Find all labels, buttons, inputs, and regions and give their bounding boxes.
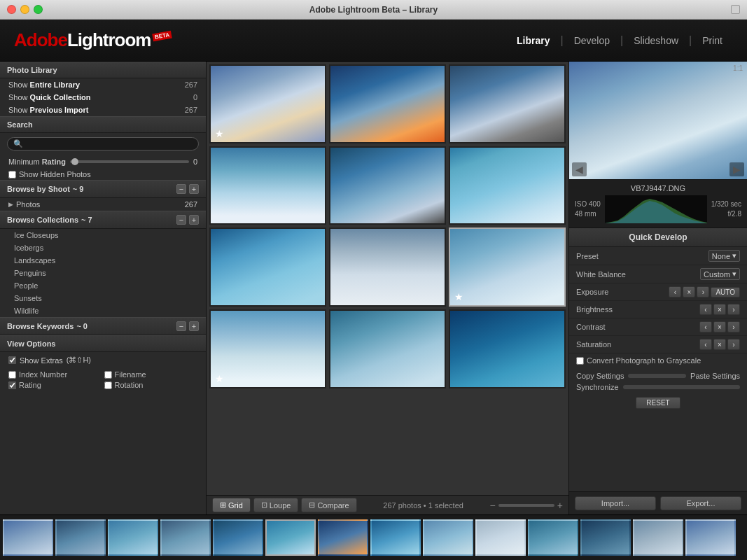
grid-cell-12[interactable] xyxy=(449,309,566,388)
collection-people[interactable]: People xyxy=(0,279,206,292)
show-previous-import[interactable]: Show Previous Import 267 xyxy=(0,104,206,116)
browse-keywords-add-btn[interactable]: + xyxy=(189,321,199,331)
browse-keywords-header[interactable]: Browse Keywords ~ 0 − + xyxy=(0,317,206,335)
preview-area: 1:1 ◀ ▶ xyxy=(569,62,747,179)
grid-cell-9[interactable]: ★ xyxy=(449,227,566,307)
compare-view-btn[interactable]: ⊟ Compare xyxy=(301,498,356,512)
browse-by-shoot-header[interactable]: Browse by Shoot ~ 9 − + xyxy=(0,180,206,198)
filmstrip-thumb-2[interactable] xyxy=(55,519,106,556)
grid-cell-3[interactable] xyxy=(449,64,566,144)
zoom-in-btn[interactable]: + xyxy=(557,500,563,511)
resize-button[interactable] xyxy=(731,5,740,14)
filmstrip-thumb-9[interactable] xyxy=(423,519,473,556)
search-input-wrap[interactable]: 🔍 xyxy=(7,137,199,150)
browse-collections-collapse-btn[interactable]: − xyxy=(176,215,186,225)
filmstrip-thumb-6[interactable] xyxy=(265,519,316,556)
show-entire-library[interactable]: Show Entire Library 267 xyxy=(0,78,206,91)
zoom-slider[interactable] xyxy=(498,504,554,507)
filmstrip-thumb-14[interactable] xyxy=(685,519,736,556)
white-balance-dropdown[interactable]: Custom ▾ xyxy=(700,268,740,280)
tab-library[interactable]: Library xyxy=(506,31,560,50)
grid-cell-8[interactable] xyxy=(329,227,446,307)
export-btn[interactable]: Export... xyxy=(660,496,741,510)
exposure-inc-btn[interactable]: › xyxy=(697,286,709,298)
traffic-lights xyxy=(7,5,43,14)
exposure-reset-btn[interactable]: × xyxy=(683,286,695,298)
collection-penguins[interactable]: Penguins xyxy=(0,267,206,279)
show-hidden-checkbox[interactable] xyxy=(8,171,16,178)
saturation-dec-btn[interactable]: ‹ xyxy=(699,339,712,350)
browse-collections-header[interactable]: Browse Collections ~ 7 − + xyxy=(0,211,206,229)
tab-develop[interactable]: Develop xyxy=(564,31,620,50)
collection-ice-closeups[interactable]: Ice Closeups xyxy=(0,229,206,241)
browse-shoot-collapse-btn[interactable]: − xyxy=(176,184,186,194)
grid-view-btn[interactable]: ⊞ Grid xyxy=(212,498,251,512)
filmstrip-thumb-8[interactable] xyxy=(370,519,421,556)
minimize-button[interactable] xyxy=(20,5,29,14)
saturation-inc-btn[interactable]: › xyxy=(727,339,740,350)
contrast-reset-btn[interactable]: × xyxy=(713,321,726,332)
rating-checkbox[interactable] xyxy=(8,382,16,389)
brightness-reset-btn[interactable]: × xyxy=(713,304,726,315)
contrast-dec-btn[interactable]: ‹ xyxy=(699,321,712,332)
import-btn[interactable]: Import... xyxy=(575,496,656,510)
grid-cell-6[interactable] xyxy=(449,146,566,225)
grid-cell-10[interactable]: ★ xyxy=(209,309,326,388)
logo: AdobeLightroom BETA xyxy=(14,29,172,51)
tab-slideshow[interactable]: Slideshow xyxy=(623,31,689,50)
filmstrip-thumb-3[interactable] xyxy=(108,519,158,556)
filmstrip-thumb-5[interactable] xyxy=(213,519,263,556)
contrast-inc-btn[interactable]: › xyxy=(727,321,740,332)
preview-prev-btn[interactable]: ◀ xyxy=(572,162,587,176)
copy-sync-slider[interactable] xyxy=(628,374,686,378)
grid-cell-4[interactable] xyxy=(209,146,326,225)
preview-next-btn[interactable]: ▶ xyxy=(729,162,744,176)
preset-dropdown[interactable]: None ▾ xyxy=(708,250,740,262)
grid-cell-1[interactable]: ★ xyxy=(209,64,326,144)
collection-sunsets[interactable]: Sunsets xyxy=(0,292,206,304)
photo-3 xyxy=(450,66,564,142)
filmstrip-thumb-7[interactable] xyxy=(318,519,368,556)
brightness-inc-btn[interactable]: › xyxy=(727,304,740,315)
preset-label: Preset xyxy=(576,252,599,260)
grid-cell-5[interactable] xyxy=(329,146,446,225)
browse-collections-add-btn[interactable]: + xyxy=(189,215,199,225)
search-input[interactable] xyxy=(26,140,193,148)
rating-slider[interactable] xyxy=(70,160,189,163)
filmstrip-thumb-10[interactable] xyxy=(475,519,526,556)
saturation-reset-btn[interactable]: × xyxy=(713,339,726,350)
tab-print[interactable]: Print xyxy=(692,31,733,50)
zoom-out-btn[interactable]: − xyxy=(490,500,496,511)
grid-cell-11[interactable] xyxy=(329,309,446,388)
exposure-dec-btn[interactable]: ‹ xyxy=(669,286,681,298)
show-extras-checkbox[interactable] xyxy=(8,356,16,364)
browse-keywords-count: ~ 0 xyxy=(76,322,88,330)
filename-checkbox[interactable] xyxy=(104,371,112,379)
close-button[interactable] xyxy=(7,5,16,14)
filmstrip-thumb-4[interactable] xyxy=(160,519,211,556)
grid-cell-2[interactable] xyxy=(329,64,446,144)
filmstrip-thumb-13[interactable] xyxy=(633,519,683,556)
show-hidden-label: Show Hidden Photos xyxy=(19,170,91,178)
filmstrip-thumb-1[interactable] xyxy=(3,519,53,556)
collection-wildlife[interactable]: Wildlife xyxy=(0,304,206,317)
loupe-view-btn[interactable]: ⊡ Loupe xyxy=(253,498,299,512)
exposure-auto-btn[interactable]: AUTO xyxy=(711,287,740,298)
grid-cell-7[interactable] xyxy=(209,227,326,307)
maximize-button[interactable] xyxy=(34,5,43,14)
grayscale-checkbox[interactable] xyxy=(576,357,584,365)
rotation-checkbox[interactable] xyxy=(104,382,112,389)
show-quick-collection[interactable]: Show Quick Collection 0 xyxy=(0,91,206,104)
filmstrip-thumb-11[interactable] xyxy=(528,519,578,556)
collection-landscapes[interactable]: Landscapes xyxy=(0,254,206,267)
index-number-checkbox[interactable] xyxy=(8,371,16,379)
brightness-dec-btn[interactable]: ‹ xyxy=(699,304,712,315)
reset-btn[interactable]: RESET xyxy=(636,397,680,409)
collection-icebergs[interactable]: Icebergs xyxy=(0,241,206,254)
filmstrip-thumb-12[interactable] xyxy=(580,519,631,556)
browse-shoot-add-btn[interactable]: + xyxy=(189,184,199,194)
star-badge-9: ★ xyxy=(454,291,463,302)
sync-slider[interactable] xyxy=(623,385,740,389)
quick-collection-count: 0 xyxy=(193,93,197,102)
browse-keywords-collapse-btn[interactable]: − xyxy=(176,321,186,331)
